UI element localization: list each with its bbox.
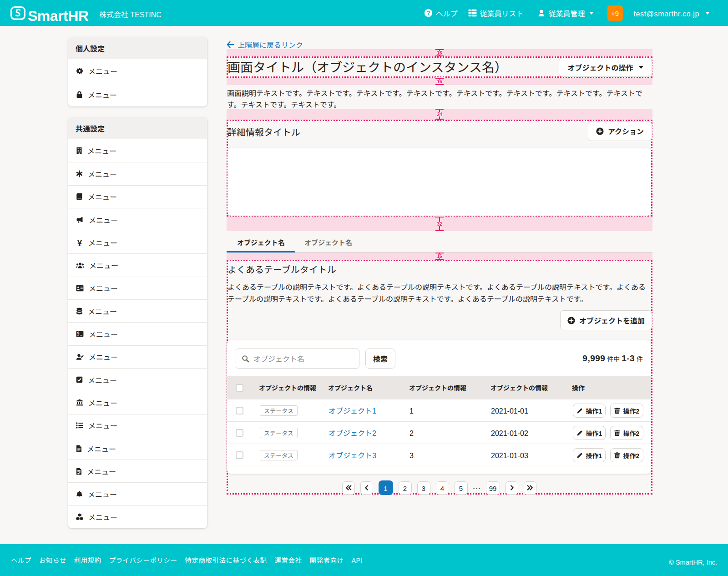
svg-text:$: $ — [77, 331, 79, 335]
svg-text:16: 16 — [437, 51, 442, 56]
svg-text:16: 16 — [437, 79, 442, 84]
svg-text:?: ? — [426, 10, 430, 16]
svg-text:16: 16 — [437, 254, 442, 259]
svg-text:24: 24 — [437, 112, 442, 117]
svg-text:32: 32 — [437, 222, 442, 227]
